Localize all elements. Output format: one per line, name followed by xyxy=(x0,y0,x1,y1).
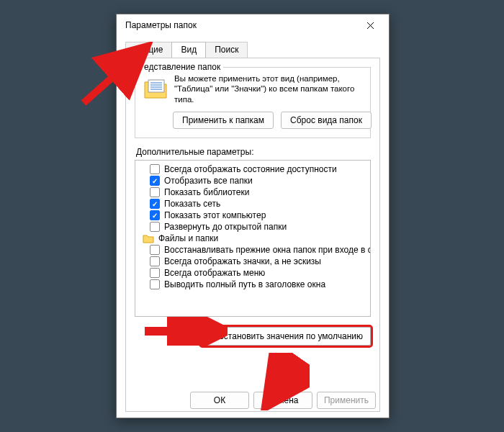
tree-group[interactable]: Файлы и папки xyxy=(137,233,369,244)
folder-view-fieldset: едставление папок Вы можете применить эт… xyxy=(135,67,371,138)
checkbox[interactable] xyxy=(150,279,160,289)
folder-options-dialog: Параметры папок Общие Вид Поиск едставле… xyxy=(116,14,390,418)
folder-small-icon xyxy=(143,233,154,243)
tree-row-label: Показать библиотеки xyxy=(164,187,249,197)
tree-row[interactable]: Выводить полный путь в заголовке окна xyxy=(137,279,369,290)
reset-folders-button[interactable]: Сброс вида папок xyxy=(281,112,372,129)
checkbox[interactable] xyxy=(150,222,160,232)
tree-row[interactable]: Развернуть до открытой папки xyxy=(137,221,369,233)
tree-row-label: Всегда отображать состояние доступности xyxy=(164,164,337,174)
checkbox[interactable] xyxy=(150,199,160,209)
folder-icon xyxy=(143,75,168,101)
advanced-label: Дополнительные параметры: xyxy=(136,147,371,157)
tab-search[interactable]: Поиск xyxy=(205,42,248,58)
svg-rect-2 xyxy=(148,80,164,92)
tree-row-label: Всегда отображать меню xyxy=(164,268,265,278)
advanced-settings-tree[interactable]: Всегда отображать состояние доступностиО… xyxy=(135,160,371,317)
ok-button[interactable]: ОК xyxy=(190,392,249,409)
tab-general[interactable]: Общие xyxy=(125,42,172,58)
tab-view[interactable]: Вид xyxy=(171,42,206,58)
tree-row[interactable]: Показать библиотеки xyxy=(137,186,369,198)
checkbox[interactable] xyxy=(150,256,160,266)
cancel-button[interactable]: Отмена xyxy=(253,392,312,409)
tree-row-label: Выводить полный путь в заголовке окна xyxy=(164,279,325,289)
tab-strip: Общие Вид Поиск xyxy=(125,42,380,58)
tree-row-label: Всегда отображать значки, а не эскизы xyxy=(164,256,321,266)
tree-row[interactable]: Показать этот компьютер xyxy=(137,210,369,221)
close-icon xyxy=(366,22,374,30)
restore-row: Восстановить значения по умолчанию xyxy=(135,327,371,346)
titlebar: Параметры папок xyxy=(117,14,389,36)
folder-view-text: Вы можете применить этот вид (например, … xyxy=(174,73,363,104)
tree-group-label: Файлы и папки xyxy=(158,233,218,243)
checkbox[interactable] xyxy=(150,245,160,255)
checkbox[interactable] xyxy=(150,164,160,174)
tree-row[interactable]: Всегда отображать состояние доступности xyxy=(137,163,369,175)
tab-panel: едставление папок Вы можете применить эт… xyxy=(125,58,380,412)
dialog-buttons: ОК Отмена Применить xyxy=(117,392,389,409)
apply-button[interactable]: Применить xyxy=(317,392,376,409)
apply-to-folders-button[interactable]: Применить к папкам xyxy=(173,112,274,129)
checkbox[interactable] xyxy=(150,176,160,186)
tree-row-label: Восстанавливать прежние окна папок при в… xyxy=(164,245,371,255)
checkbox[interactable] xyxy=(150,187,160,197)
tree-row-label: Отобразить все папки xyxy=(164,176,253,186)
tree-row-label: Развернуть до открытой папки xyxy=(164,222,287,232)
tree-row-label: Показать сеть xyxy=(164,199,220,209)
fieldset-legend: едставление папок xyxy=(141,62,223,72)
checkbox[interactable] xyxy=(150,268,160,278)
tree-row-label: Показать этот компьютер xyxy=(164,210,266,220)
title: Параметры папок xyxy=(125,20,357,30)
restore-defaults-button[interactable]: Восстановить значения по умолчанию xyxy=(201,327,371,346)
folder-view-row: Вы можете применить этот вид (например, … xyxy=(143,73,363,104)
tree-row[interactable]: Отобразить все папки xyxy=(137,175,369,186)
tree-row[interactable]: Всегда отображать меню xyxy=(137,267,369,279)
tree-row[interactable]: Всегда отображать значки, а не эскизы xyxy=(137,256,369,267)
checkbox[interactable] xyxy=(150,210,160,220)
tree-row[interactable]: Восстанавливать прежние окна папок при в… xyxy=(137,244,369,256)
close-button[interactable] xyxy=(357,17,383,34)
folder-view-buttons: Применить к папкам Сброс вида папок xyxy=(173,112,363,129)
tree-row[interactable]: Показать сеть xyxy=(137,198,369,210)
